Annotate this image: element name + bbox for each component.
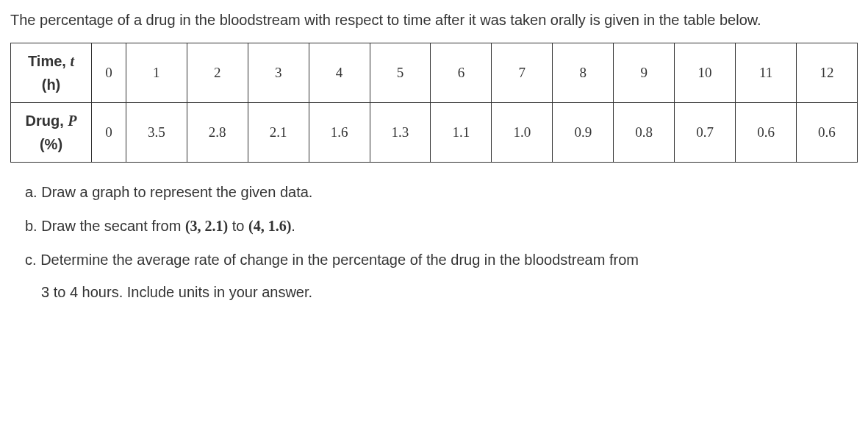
drug-cell: 2.1 (248, 103, 309, 163)
time-cell: 11 (736, 43, 797, 103)
question-b-pair1: (3, 2.1) (185, 218, 228, 234)
time-cell: 5 (370, 43, 431, 103)
time-cell: 3 (248, 43, 309, 103)
drug-cell: 0.6 (736, 103, 797, 163)
question-b-mid: to (228, 218, 248, 234)
time-cell: 7 (492, 43, 553, 103)
question-c-line2: 3 to 4 hours. Include units in your answ… (25, 276, 858, 308)
time-cell: 1 (126, 43, 187, 103)
question-a-text: Draw a graph to represent the given data… (41, 184, 312, 200)
drug-cell: 2.8 (187, 103, 248, 163)
table-row-drug: Drug, P (%) 0 3.5 2.8 2.1 1.6 1.3 1.1 1.… (11, 103, 858, 163)
time-label-main: Time, (28, 53, 70, 69)
drug-cell: 1.1 (431, 103, 492, 163)
question-c: c. Determine the average rate of change … (25, 244, 858, 308)
data-table: Time, t (h) 0 1 2 3 4 5 6 7 8 9 10 11 12… (10, 43, 858, 163)
question-b-pair2: (4, 1.6) (248, 218, 291, 234)
time-cell: 8 (553, 43, 614, 103)
drug-cell: 0.9 (553, 103, 614, 163)
question-c-label: c. (25, 252, 37, 268)
drug-cell: 3.5 (126, 103, 187, 163)
drug-label-unit: (%) (15, 132, 87, 156)
row-header-time: Time, t (h) (11, 43, 92, 103)
drug-label-main: Drug, (26, 113, 68, 129)
drug-cell: 0.7 (675, 103, 736, 163)
drug-label-var: P (68, 113, 76, 129)
drug-cell: 0.8 (614, 103, 675, 163)
question-b-label: b. (25, 218, 37, 234)
time-label-var: t (70, 53, 74, 69)
time-cell: 12 (796, 43, 857, 103)
question-a: a. Draw a graph to represent the given d… (25, 176, 858, 208)
time-cell: 2 (187, 43, 248, 103)
drug-cell: 1.0 (492, 103, 553, 163)
time-label-unit: (h) (15, 73, 87, 96)
question-c-line1: Determine the average rate of change in … (40, 252, 639, 268)
time-cell: 9 (614, 43, 675, 103)
time-cell: 10 (675, 43, 736, 103)
time-cell: 0 (92, 43, 126, 103)
question-a-label: a. (25, 184, 37, 200)
question-b-prefix: Draw the secant from (41, 218, 185, 234)
question-b: b. Draw the secant from (3, 2.1) to (4, … (25, 210, 858, 242)
row-header-drug: Drug, P (%) (11, 103, 92, 163)
question-b-suffix: . (291, 218, 295, 234)
drug-cell: 0 (92, 103, 126, 163)
table-row-time: Time, t (h) 0 1 2 3 4 5 6 7 8 9 10 11 12 (11, 43, 858, 103)
intro-text: The percentage of a drug in the bloodstr… (10, 7, 858, 32)
time-cell: 6 (431, 43, 492, 103)
drug-cell: 1.3 (370, 103, 431, 163)
drug-cell: 1.6 (309, 103, 370, 163)
drug-cell: 0.6 (796, 103, 857, 163)
time-cell: 4 (309, 43, 370, 103)
questions-list: a. Draw a graph to represent the given d… (10, 176, 858, 308)
